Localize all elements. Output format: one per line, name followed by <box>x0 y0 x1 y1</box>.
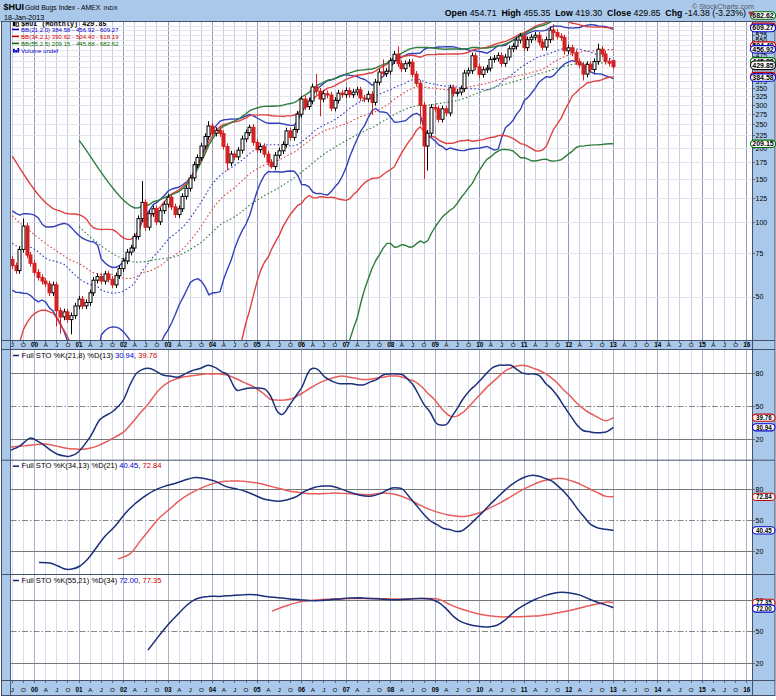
svg-text:O: O <box>733 341 738 348</box>
svg-text:06: 06 <box>298 341 306 348</box>
svg-text:20: 20 <box>756 660 764 667</box>
svg-text:609.27: 609.27 <box>752 24 774 31</box>
svg-text:J: J <box>723 341 726 348</box>
svg-text:J: J <box>11 341 14 348</box>
svg-text:O: O <box>155 341 160 348</box>
svg-text:J: J <box>278 341 281 348</box>
svg-text:Gold Bugs Index - AMEX: Gold Bugs Index - AMEX <box>25 4 101 12</box>
svg-text:O: O <box>66 341 71 348</box>
svg-text:13: 13 <box>610 686 618 693</box>
svg-text:J: J <box>456 686 459 693</box>
svg-text:BB(34,2.1) 390.62 - 504.40 - 6: BB(34,2.1) 390.62 - 504.40 - 618.19 <box>21 33 119 40</box>
svg-text:J: J <box>100 341 103 348</box>
svg-text:50: 50 <box>756 628 764 635</box>
svg-text:J: J <box>545 341 548 348</box>
svg-text:Full STO %K(34,13) %D(21) 40.4: Full STO %K(34,13) %D(21) 40.45, 72.84 <box>22 461 162 470</box>
svg-text:J: J <box>500 686 503 693</box>
svg-text:50: 50 <box>756 293 764 300</box>
svg-text:12: 12 <box>565 341 573 348</box>
svg-text:07: 07 <box>343 341 351 348</box>
svg-text:O: O <box>689 686 694 693</box>
svg-text:01: 01 <box>76 341 84 348</box>
svg-text:Open 454.71 High 455.35 Low: Open 454.71 High 455.35 Low 419.30 Close… <box>445 8 746 18</box>
svg-text:O: O <box>199 686 204 693</box>
svg-text:03: 03 <box>165 686 173 693</box>
svg-text:05: 05 <box>254 686 262 693</box>
svg-text:O: O <box>733 686 738 693</box>
svg-text:J: J <box>322 686 325 693</box>
svg-text:O: O <box>555 686 560 693</box>
svg-text:209.15: 209.15 <box>752 140 774 147</box>
svg-text:O: O <box>466 686 471 693</box>
svg-text:682.62: 682.62 <box>752 12 774 19</box>
svg-text:O: O <box>199 341 204 348</box>
svg-text:O: O <box>333 686 338 693</box>
svg-text:J: J <box>144 686 147 693</box>
svg-text:10: 10 <box>476 686 484 693</box>
svg-text:175: 175 <box>756 159 768 166</box>
svg-text:J: J <box>678 686 681 693</box>
svg-text:O: O <box>21 341 26 348</box>
svg-text:J: J <box>233 686 236 693</box>
svg-text:INDX: INDX <box>104 5 118 11</box>
svg-text:O: O <box>511 686 516 693</box>
svg-text:J: J <box>456 341 459 348</box>
svg-text:Volume undef: Volume undef <box>21 47 59 54</box>
svg-text:J: J <box>144 341 147 348</box>
svg-text:20: 20 <box>756 548 764 555</box>
svg-text:04: 04 <box>209 686 217 693</box>
svg-text:150: 150 <box>756 176 768 183</box>
svg-text:250: 250 <box>756 121 768 128</box>
svg-text:03: 03 <box>165 341 173 348</box>
svg-text:02: 02 <box>120 686 128 693</box>
svg-text:O: O <box>466 341 471 348</box>
svg-text:15: 15 <box>699 341 707 348</box>
svg-text:11: 11 <box>521 341 528 348</box>
svg-text:39.76: 39.76 <box>756 414 772 421</box>
svg-text:J: J <box>411 686 414 693</box>
svg-text:O: O <box>155 686 160 693</box>
svg-text:18-Jan-2013: 18-Jan-2013 <box>4 13 44 22</box>
svg-text:100: 100 <box>756 219 768 226</box>
svg-text:J: J <box>500 341 503 348</box>
svg-text:275: 275 <box>756 111 768 118</box>
svg-text:75: 75 <box>756 250 764 257</box>
svg-text:10: 10 <box>476 341 484 348</box>
svg-text:J: J <box>411 341 414 348</box>
svg-text:O: O <box>110 686 115 693</box>
svg-text:30.94: 30.94 <box>756 424 772 431</box>
svg-text:09: 09 <box>432 686 440 693</box>
svg-text:02: 02 <box>120 341 128 348</box>
svg-text:05: 05 <box>254 341 262 348</box>
svg-text:O: O <box>377 686 382 693</box>
svg-text:50: 50 <box>756 517 764 524</box>
svg-text:J: J <box>278 686 281 693</box>
svg-text:00: 00 <box>31 341 39 348</box>
svg-text:O: O <box>288 341 293 348</box>
svg-text:72.84: 72.84 <box>756 493 772 500</box>
svg-text:72.00: 72.00 <box>756 605 772 612</box>
svg-text:O: O <box>21 686 26 693</box>
svg-text:15: 15 <box>699 686 707 693</box>
svg-text:J: J <box>589 686 592 693</box>
svg-text:J: J <box>634 341 637 348</box>
svg-text:14: 14 <box>654 686 662 693</box>
svg-text:BB(21,2.0) 384.58 - 456.92 - 6: BB(21,2.0) 384.58 - 456.92 - 609.27 <box>21 26 119 33</box>
svg-text:07: 07 <box>343 686 351 693</box>
svg-text:O: O <box>600 686 605 693</box>
svg-text:384.58: 384.58 <box>752 74 774 81</box>
svg-text:08: 08 <box>387 341 395 348</box>
svg-text:09: 09 <box>432 341 440 348</box>
svg-text:20: 20 <box>756 436 764 443</box>
svg-text:Full STO %K(55,21) %D(34) 72.0: Full STO %K(55,21) %D(34) 72.00, 77.35 <box>22 576 162 585</box>
svg-text:01: 01 <box>76 686 84 693</box>
svg-text:08: 08 <box>387 686 395 693</box>
svg-text:06: 06 <box>298 686 306 693</box>
svg-text:J: J <box>589 341 592 348</box>
svg-text:J: J <box>189 341 192 348</box>
svg-text:J: J <box>189 686 192 693</box>
svg-text:16: 16 <box>743 341 751 348</box>
svg-text:429.85: 429.85 <box>752 62 774 69</box>
svg-text:300: 300 <box>756 102 768 109</box>
svg-text:456.92: 456.92 <box>752 46 774 53</box>
